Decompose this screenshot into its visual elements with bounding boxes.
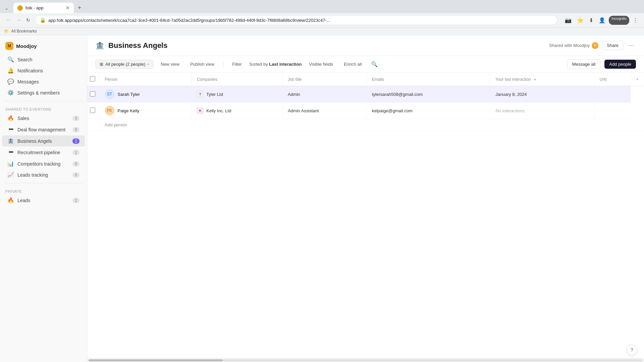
sidebar-item-label: Settings & members [17,90,79,96]
tab-navigation: ⌄ [3,4,11,12]
active-tab[interactable]: folk - app ✕ [13,3,74,13]
scrollbar-thumb[interactable] [89,359,223,361]
extensions-icon[interactable]: ⋮ [631,16,640,25]
row2-avatar: PK [105,106,114,115]
close-tab-button[interactable]: ✕ [65,5,70,11]
new-view-button[interactable]: New view [157,60,183,68]
add-people-button[interactable]: Add people [604,60,636,69]
settings-icon: ⚙️ [7,89,14,96]
camera-icon[interactable]: 📷 [563,16,574,25]
add-column-header[interactable]: + [631,73,644,86]
sidebar-item-label: Leads [17,198,69,203]
column-emails: Emails [366,73,490,86]
row2-checkbox[interactable] [90,108,95,113]
view-selector-label: All people (2 people) [105,62,145,67]
row2-checkbox-cell [87,103,99,119]
share-button[interactable]: Share [602,41,624,50]
sidebar-item-leads[interactable]: 🔥 Leads 2 [2,195,85,206]
add-person-checkbox-cell [87,119,99,131]
incognito-badge[interactable]: Incognito [609,16,629,25]
tab-favicon [17,5,23,11]
visible-fields-button[interactable]: Visible fields [306,60,336,68]
row2-email: kelpaige@gmail.com [366,103,490,119]
back-button[interactable]: ← [4,16,13,24]
sidebar-divider-2 [4,183,83,183]
row2-last-interaction: No interactions [490,103,594,119]
sidebar-item-search[interactable]: 🔍 Search [2,54,85,65]
row1-email: tylersarah508@gmail.com [366,86,490,103]
brand-icon: M [5,42,13,50]
message-all-button[interactable]: Message all [567,59,600,69]
sidebar-item-business-angels[interactable]: 🏦 Business Angels 2 [2,135,85,146]
competitors-icon: 📊 [7,161,14,167]
forward-button[interactable]: → [14,16,23,24]
sales-count: 3 [72,116,79,121]
bookmark-icon[interactable]: ⭐ [575,16,586,25]
sidebar-item-notifications[interactable]: 🔔 Notifications [2,65,85,76]
table-header-row: Person Companies Job title Emails Your l [87,73,644,86]
sidebar-item-label: Search [17,57,79,62]
notifications-icon: 🔔 [7,67,14,74]
deal-flow-count: 0 [72,127,79,132]
sidebar-item-settings[interactable]: ⚙️ Settings & members [2,87,85,98]
tab-bar: ⌄ folk - app ✕ + [0,0,644,13]
reload-button[interactable]: ↻ [24,16,32,24]
add-person-cell: Add person [99,119,644,131]
sidebar-item-leads-tracking[interactable]: 📈 Leads tracking 0 [2,169,85,180]
app-container: M Moodjoy 🔍 Search 🔔 Notifications 💬 Mes… [0,35,644,362]
shared-avatar: M [592,42,598,49]
sidebar-item-label: Messages [17,79,79,84]
toolbar: ⊞ All people (2 people) ▾ New view Publi… [87,56,644,73]
row1-person-name[interactable]: Sarah Tyler [118,92,140,97]
row1-urls [594,86,631,103]
browser-chrome: ⌄ folk - app ✕ + ← → ↻ 🔒 app.folk.app/ap… [0,0,644,35]
search-icon: 🔍 [7,56,14,63]
shared-info: Shared with Moodjoy M [549,42,598,49]
address-bar[interactable]: 🔒 app.folk.app/apps/contacts/network/cca… [35,15,557,25]
search-button[interactable]: 🔍 [369,59,379,69]
select-all-checkbox[interactable] [90,76,95,81]
add-person-row[interactable]: Add person [87,119,644,131]
private-section-label: Private [0,186,87,195]
scrollbar-track [89,359,643,361]
add-person-button[interactable]: Add person [105,122,127,127]
publish-view-button[interactable]: Publish view [187,60,218,68]
horizontal-scrollbar[interactable] [87,358,644,362]
row1-checkbox-cell [87,86,99,103]
help-button[interactable]: ? [627,345,637,355]
sidebar-item-label: Competitors tracking [17,161,69,167]
more-options-button[interactable]: ··· [627,41,636,50]
download-icon[interactable]: ⬇ [587,16,595,25]
filter-button[interactable]: Filter [229,60,245,68]
row1-company-icon: T [197,91,204,98]
shared-section-label: Shared to everyone [0,104,87,113]
select-all-header [87,73,99,86]
row2-person-name[interactable]: Paige Kelly [118,108,140,113]
sidebar-item-sales[interactable]: 🔥 Sales 3 [2,113,85,124]
sidebar-item-competitors[interactable]: 📊 Competitors tracking 0 [2,158,85,169]
business-angels-icon: 🏦 [7,138,14,144]
new-tab-button[interactable]: + [75,3,84,13]
row2-person-cell: PK Paige Kelly [99,103,192,119]
sidebar-item-deal-flow[interactable]: ••• Deal flow management 0 [2,124,85,135]
browser-actions: 📷 ⭐ ⬇ 👤 Incognito ⋮ [563,16,640,25]
competitors-count: 0 [72,161,79,167]
table-row: PK Paige Kelly K Kelly Inc. Ltd Admin As… [87,103,644,119]
sidebar-item-label: Business Angels [17,138,69,144]
enrich-all-button[interactable]: Enrich all [340,60,365,68]
row1-company-cell: T Tyler Ltd [192,86,282,103]
shared-with-label: Shared with Moodjoy [549,43,590,48]
brand-logo[interactable]: M Moodjoy [0,39,87,54]
sidebar: M Moodjoy 🔍 Search 🔔 Notifications 💬 Mes… [0,35,87,362]
view-selector[interactable]: ⊞ All people (2 people) ▾ [95,60,153,69]
sales-icon: 🔥 [7,115,14,121]
sorted-by-text: Sorted by Last interaction [249,62,302,67]
tab-title: folk - app [25,5,63,10]
sidebar-item-recruitment[interactable]: ••• Recruitment pipeline 1 [2,146,85,158]
row1-company-name: Tyler Ltd [206,92,223,97]
tab-list-button[interactable]: ⌄ [3,4,11,12]
row1-checkbox[interactable] [90,91,95,97]
bookmarks-label: All Bookmarks [11,29,37,34]
profile-icon[interactable]: 👤 [597,16,607,25]
sidebar-item-messages[interactable]: 💬 Messages [2,76,85,87]
